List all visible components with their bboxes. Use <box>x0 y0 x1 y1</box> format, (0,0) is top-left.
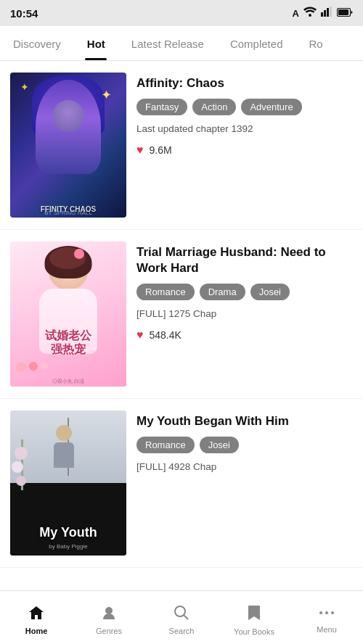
cover-text-3: My Youth <box>13 525 123 541</box>
tag-romance-2[interactable]: Romance <box>136 284 195 300</box>
list-item: My Youth by Baby Piggie My Youth Began W… <box>0 399 363 568</box>
list-item: ✦ ✦ FFINITY CHAOS BY SPRING HALL Affinit… <box>0 61 363 230</box>
svg-point-12 <box>331 611 334 614</box>
svg-point-0 <box>309 14 311 17</box>
tab-latest[interactable]: Latest Release <box>118 26 217 60</box>
likes-count-2: 548.4K <box>150 329 182 341</box>
heart-icon-1: ♥ <box>136 144 144 157</box>
svg-rect-4 <box>330 7 332 17</box>
cover-author-3: by Baby Piggie <box>10 543 126 550</box>
likes-1: ♥ 9.6M <box>136 144 353 157</box>
cover-text-2: 试婚老公强热宠 <box>13 329 123 356</box>
cover-author-2: ◎双小丸 白涟 <box>10 378 126 385</box>
book-info-2: Trial Marriage Husband: Need to Work Har… <box>136 242 353 342</box>
tag-fantasy[interactable]: Fantasy <box>136 99 187 115</box>
svg-point-8 <box>175 606 185 616</box>
likes-2: ♥ 548.4K <box>136 329 353 342</box>
tag-action[interactable]: Action <box>192 99 236 115</box>
your-books-label: Your Books <box>234 627 274 636</box>
home-icon <box>28 605 45 624</box>
bottom-navigation: Home Genres Search Your Books <box>0 590 363 644</box>
list-item: 试婚老公强热宠 ◎双小丸 白涟 Trial Marriage Husband: … <box>0 230 363 399</box>
book-tags-2: Romance Drama Josei <box>136 284 353 300</box>
tag-romance-3[interactable]: Romance <box>136 437 195 453</box>
menu-icon <box>318 606 335 622</box>
chapter-info-1: Last updated chapter 1392 <box>136 123 353 136</box>
search-icon <box>174 605 189 624</box>
heart-icon-2: ♥ <box>136 329 144 342</box>
tab-navigation: Discovery Hot Latest Release Completed R… <box>0 26 363 61</box>
book-title-1[interactable]: Affinity: Chaos <box>136 75 353 91</box>
tab-ranking[interactable]: Ro <box>295 26 335 60</box>
book-title-3[interactable]: My Youth Began With Him <box>136 413 353 429</box>
nav-genres[interactable]: Genres <box>73 600 145 635</box>
book-info-3: My Youth Began With Him Romance Josei [F… <box>136 410 353 482</box>
nav-home[interactable]: Home <box>0 600 73 635</box>
battery-icon <box>337 7 353 20</box>
book-cover-2[interactable]: 试婚老公强热宠 ◎双小丸 白涟 <box>10 242 126 387</box>
svg-rect-6 <box>338 9 348 15</box>
menu-label: Menu <box>317 625 337 634</box>
tag-drama-2[interactable]: Drama <box>200 284 245 300</box>
book-tags-3: Romance Josei <box>136 437 353 453</box>
sim-icon: A <box>293 8 299 19</box>
status-icons: A <box>293 7 353 20</box>
nav-search[interactable]: Search <box>145 600 218 635</box>
likes-count-1: 9.6M <box>150 144 172 156</box>
genres-label: Genres <box>96 627 122 635</box>
svg-point-7 <box>105 607 113 614</box>
svg-line-9 <box>184 615 189 619</box>
tab-hot[interactable]: Hot <box>74 26 118 60</box>
book-list: ✦ ✦ FFINITY CHAOS BY SPRING HALL Affinit… <box>0 61 363 568</box>
svg-rect-3 <box>327 8 329 17</box>
chapter-info-2: [FULL] 1275 Chap <box>136 307 353 321</box>
tab-discovery[interactable]: Discovery <box>0 26 74 60</box>
genres-icon <box>100 605 118 624</box>
svg-point-11 <box>325 611 328 614</box>
tag-josei-3[interactable]: Josei <box>200 437 239 453</box>
signal-icon <box>321 7 333 20</box>
search-label: Search <box>169 627 195 635</box>
svg-rect-2 <box>324 10 326 17</box>
tag-adventure[interactable]: Adventure <box>241 99 301 115</box>
chapter-info-3: [FULL] 4928 Chap <box>136 461 353 474</box>
svg-rect-1 <box>321 12 323 17</box>
book-info-1: Affinity: Chaos Fantasy Action Adventure… <box>136 73 353 157</box>
home-label: Home <box>25 627 48 635</box>
book-cover-1[interactable]: ✦ ✦ FFINITY CHAOS BY SPRING HALL <box>10 73 126 218</box>
nav-your-books[interactable]: Your Books <box>218 600 290 636</box>
book-tags-1: Fantasy Action Adventure <box>136 99 353 115</box>
sparkle-decoration: ✦ <box>101 87 115 102</box>
tag-josei-2[interactable]: Josei <box>250 284 290 300</box>
bookmark-icon <box>247 604 261 624</box>
cover-subtitle-1: BY SPRING HALL <box>10 210 126 218</box>
svg-point-10 <box>319 611 322 614</box>
book-title-2[interactable]: Trial Marriage Husband: Need to Work Har… <box>136 244 353 276</box>
wifi-icon <box>303 7 317 20</box>
status-time: 10:54 <box>10 7 38 20</box>
nav-menu[interactable]: Menu <box>290 602 363 634</box>
book-cover-3[interactable]: My Youth by Baby Piggie <box>10 410 126 556</box>
tab-completed[interactable]: Completed <box>217 26 296 60</box>
status-bar: 10:54 A <box>0 0 363 26</box>
